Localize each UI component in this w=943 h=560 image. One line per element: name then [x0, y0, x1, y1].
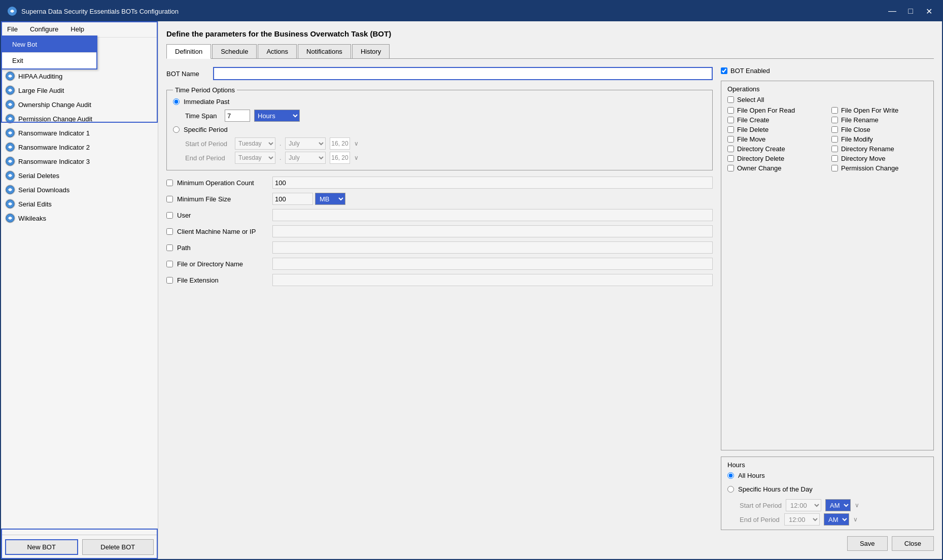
- start-period-row: Start of Period Tuesday . July ∨: [185, 137, 706, 150]
- menu-exit[interactable]: Exit: [2, 53, 96, 68]
- file-dir-name-input[interactable]: [272, 258, 713, 270]
- client-machine-label: Client Machine Name or IP: [177, 228, 268, 235]
- end-period-label: End of Period: [185, 154, 231, 162]
- op-file-modify-checkbox[interactable]: [831, 136, 838, 143]
- file-ext-input[interactable]: [272, 274, 713, 286]
- client-machine-checkbox[interactable]: [166, 228, 173, 235]
- delete-bot-button[interactable]: Delete BOT: [82, 539, 154, 555]
- min-file-size-unit-select[interactable]: MB KB GB: [315, 193, 345, 205]
- bot-name-input[interactable]: [213, 67, 713, 80]
- op-file-open-read-checkbox[interactable]: [727, 107, 734, 114]
- select-all-row: Select All: [727, 96, 927, 103]
- op-file-close-checkbox[interactable]: [831, 126, 838, 133]
- sidebar-item-serial-downloads[interactable]: Serial Downloads: [1, 183, 158, 197]
- file-ext-row: File Extension: [166, 274, 713, 286]
- bot-enabled-checkbox[interactable]: [721, 67, 727, 74]
- op-file-modify: File Modify: [831, 135, 927, 143]
- sidebar-item-serial-edits[interactable]: Serial Edits: [1, 197, 158, 211]
- operations-title: Operations: [727, 85, 927, 93]
- tab-definition[interactable]: Definition: [166, 44, 211, 59]
- menu-file[interactable]: File: [1, 23, 24, 35]
- min-op-count-input[interactable]: [272, 177, 713, 189]
- op-file-rename-checkbox[interactable]: [831, 117, 838, 123]
- min-op-count-checkbox[interactable]: [166, 180, 173, 186]
- sidebar-item-ransomware2[interactable]: Ransomware Indicator 2: [1, 140, 158, 154]
- sidebar-item-wikileaks[interactable]: Wikileaks: [1, 211, 158, 225]
- user-input[interactable]: [272, 209, 713, 221]
- op-dir-create-checkbox[interactable]: [727, 146, 734, 152]
- save-button[interactable]: Save: [847, 536, 888, 551]
- sidebar-item-hipaa[interactable]: HIPAA Auditing: [1, 69, 158, 83]
- op-dir-move-checkbox[interactable]: [831, 155, 838, 162]
- start-date-input[interactable]: [330, 137, 350, 150]
- tab-schedule[interactable]: Schedule: [212, 44, 257, 58]
- path-checkbox[interactable]: [166, 244, 173, 251]
- op-file-create-checkbox[interactable]: [727, 117, 734, 123]
- op-file-open-write-label: File Open For Write: [841, 107, 898, 114]
- all-hours-radio[interactable]: [727, 472, 734, 479]
- end-month-select[interactable]: July: [285, 152, 326, 164]
- start-day-select[interactable]: Tuesday: [235, 137, 275, 150]
- tab-notifications[interactable]: Notifications: [298, 44, 351, 58]
- sidebar-item-serial-deletes[interactable]: Serial Deletes: [1, 168, 158, 183]
- close-button-main[interactable]: Close: [892, 536, 934, 551]
- close-button[interactable]: ✕: [922, 6, 936, 17]
- sidebar-item-ransomware3[interactable]: Ransomware Indicator 3: [1, 154, 158, 168]
- window-title: Superna Data Security Essentials BOTs Co…: [21, 8, 885, 15]
- op-permission-change-checkbox[interactable]: [831, 165, 838, 171]
- min-file-size-input[interactable]: [272, 193, 313, 205]
- hours-end-time-select[interactable]: 12:00: [784, 513, 820, 526]
- op-file-move-checkbox[interactable]: [727, 136, 734, 143]
- sidebar-item-label-serial-downloads: Serial Downloads: [18, 186, 69, 194]
- timespan-unit-select[interactable]: Hours Days Weeks Months: [254, 110, 300, 122]
- min-file-size-checkbox[interactable]: [166, 196, 173, 202]
- menu-help[interactable]: Help: [64, 23, 90, 35]
- op-file-delete-checkbox[interactable]: [727, 126, 734, 133]
- immediate-past-radio[interactable]: [173, 98, 180, 105]
- sidebar-item-largefile[interactable]: Large File Audit: [1, 83, 158, 97]
- select-all-checkbox[interactable]: [727, 96, 734, 103]
- page-title: Define the parameters for the Business O…: [166, 29, 934, 38]
- timespan-input[interactable]: [225, 110, 250, 122]
- bot-icon-ownership: [5, 99, 15, 110]
- new-bot-button[interactable]: New BOT: [5, 539, 78, 555]
- op-dir-delete-checkbox[interactable]: [727, 155, 734, 162]
- hours-start-ampm-select[interactable]: AM PM: [825, 499, 851, 511]
- sidebar-item-label-permission: Permission Change Audit: [18, 115, 92, 123]
- bot-icon-largefile: [5, 85, 15, 95]
- menu-configure[interactable]: Configure: [24, 23, 64, 35]
- op-file-create: File Create: [727, 116, 823, 124]
- hours-end-ampm-select[interactable]: AM PM: [824, 513, 849, 526]
- file-ext-checkbox[interactable]: [166, 277, 173, 284]
- end-day-select[interactable]: Tuesday: [235, 152, 275, 164]
- client-machine-input[interactable]: [272, 225, 713, 237]
- sidebar-item-permission[interactable]: Permission Change Audit: [1, 112, 158, 126]
- maximize-button[interactable]: □: [903, 6, 918, 17]
- hours-start-time-select[interactable]: 12:00: [786, 499, 821, 511]
- path-input[interactable]: [272, 241, 713, 254]
- file-dir-name-label: File or Directory Name: [177, 260, 268, 268]
- menu-new-bot[interactable]: New Bot: [2, 37, 96, 52]
- op-file-open-write-checkbox[interactable]: [831, 107, 838, 114]
- specific-period-radio[interactable]: [173, 126, 180, 133]
- tab-history[interactable]: History: [352, 44, 390, 58]
- sidebar-item-ownership[interactable]: Ownership Change Audit: [1, 97, 158, 112]
- tab-actions[interactable]: Actions: [258, 44, 297, 58]
- min-file-size-row: Minimum File Size MB KB GB: [166, 193, 713, 205]
- op-dir-rename-checkbox[interactable]: [831, 146, 838, 152]
- user-label: User: [177, 212, 268, 219]
- start-month-select[interactable]: July: [285, 137, 326, 150]
- op-file-close-label: File Close: [841, 126, 870, 133]
- op-owner-change-checkbox[interactable]: [727, 165, 734, 171]
- file-dir-name-checkbox[interactable]: [166, 261, 173, 267]
- operations-box: Operations Select All File Open For Read: [721, 81, 934, 450]
- end-date-input[interactable]: [330, 152, 350, 164]
- sidebar-item-ransomware1[interactable]: Ransomware Indicator 1: [1, 126, 158, 140]
- min-file-size-controls: MB KB GB: [272, 193, 713, 205]
- min-op-count-row: Minimum Operation Count: [166, 177, 713, 189]
- user-checkbox[interactable]: [166, 212, 173, 219]
- minimize-button[interactable]: —: [885, 6, 899, 17]
- sidebar-item-label-serial-edits: Serial Edits: [18, 200, 52, 208]
- title-bar: Superna Data Security Essentials BOTs Co…: [1, 1, 942, 21]
- specific-hours-radio[interactable]: [727, 486, 734, 493]
